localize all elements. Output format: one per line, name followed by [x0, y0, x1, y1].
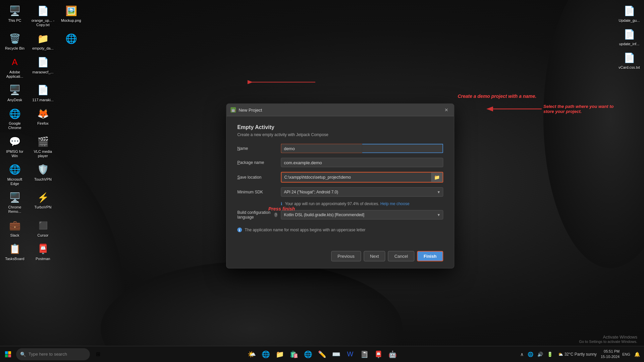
desktop-icon-this-pc[interactable]: 🖥️ This PC — [1, 3, 28, 28]
sdk-info-text: Your app will run on approximately 97.4%… — [285, 201, 379, 206]
desktop-icon-edge[interactable]: 🌐 Microsoft Edge — [1, 162, 28, 187]
sdk-select[interactable]: API 24 ("Nougat"; Android 7.0) — [281, 187, 443, 197]
desktop-icon-turbovpn[interactable]: ⚡ TurboVPN — [30, 189, 56, 215]
cancel-button[interactable]: Cancel — [388, 251, 414, 261]
taskbar-item-store[interactable]: 🛍️ — [287, 348, 301, 361]
desktop-icon-update-inf[interactable]: 📄 update_inf... — [616, 26, 643, 48]
desktop-icon-daxit[interactable]: 🌐 — [58, 31, 85, 52]
finish-button[interactable]: Finish — [417, 251, 443, 261]
recycle-bin-icon: 🗑️ — [8, 32, 21, 45]
desktop-icon-update-gu[interactable]: 📄 Update_gu... — [616, 3, 643, 24]
turbovpn-label: TurboVPN — [35, 205, 52, 209]
edge-label: Microsoft Edge — [3, 177, 27, 186]
warning-info-icon: ℹ — [237, 228, 242, 232]
orange-up-icon: 📄 — [36, 4, 50, 17]
ipmsg-icon: 💬 — [8, 135, 21, 148]
desktop-icon-maraowcf[interactable]: 📄 maraowcf_... — [30, 54, 56, 80]
save-location-input[interactable] — [281, 173, 431, 182]
dialog-section-desc: Create a new empty activity with Jetpack… — [237, 132, 443, 137]
name-label: NNameame — [237, 146, 277, 151]
desktop-icon-google-chrome[interactable]: 🌐 Google Chrome — [1, 106, 28, 131]
build-lang-help-icon: ? — [274, 213, 278, 217]
taskbar-search[interactable]: 🔍 Type here to search — [16, 348, 90, 360]
save-location-label: Save location — [237, 175, 277, 180]
taskbar-item-word[interactable]: W — [343, 348, 357, 361]
name-input-part2[interactable] — [362, 144, 443, 153]
new-project-dialog: 🤖 New Project ✕ Empty Activity Create a … — [226, 104, 454, 268]
maraowcf-label: maraowcf_... — [33, 70, 54, 74]
dialog-close-button[interactable]: ✕ — [443, 107, 450, 113]
ipmsg-label: IPMSG for Win — [3, 149, 27, 158]
start-button[interactable] — [1, 348, 15, 361]
desktop-icon-chrome-remo[interactable]: 🖥️ Chrome Remo... — [1, 189, 28, 215]
taskbar-item-vscode[interactable]: ⌨️ — [329, 348, 343, 361]
taskbar-clock[interactable]: 05:51 PM 15-10-2024 — [601, 349, 620, 359]
warning-text: The application name for most apps begin… — [245, 228, 365, 232]
touchvpn-icon: 🛡️ — [36, 163, 50, 176]
taskbar-item-android[interactable]: 🤖 — [386, 348, 399, 361]
desktop-icon-adobe[interactable]: A Adobe Applicati... — [1, 54, 28, 80]
empty-da-label: empoty_da... — [32, 46, 54, 51]
chevron-up-icon[interactable]: ∧ — [519, 350, 525, 358]
desktop-icon-slack[interactable]: 💼 Slack — [1, 218, 28, 239]
build-lang-select[interactable]: Kotlin DSL (build.gradle.kts) [Recommend… — [281, 210, 443, 220]
desktop-icon-recycle-bin[interactable]: 🗑️ Recycle Bin — [1, 31, 28, 52]
package-input[interactable] — [281, 158, 443, 167]
desktop-icon-vlc[interactable]: 🎬 VLC media player — [30, 134, 56, 160]
task-view-button[interactable]: ⊞ — [91, 348, 105, 361]
desktop-icon-cursor[interactable]: ⬛ Cursor — [30, 218, 56, 239]
volume-icon[interactable]: 🔊 — [536, 350, 544, 358]
tasksboard-label: TasksBoard — [5, 257, 24, 261]
notification-icon[interactable]: 🔔 — [633, 350, 641, 358]
slack-icon: 💼 — [8, 219, 21, 232]
vcard-label: vCard.css.txt — [619, 65, 640, 70]
sdk-select-wrapper: API 24 ("Nougat"; Android 7.0) ▼ — [281, 187, 443, 197]
edge-icon: 🌐 — [8, 163, 21, 176]
desktop-icon-firefox[interactable]: 🦊 Firefox — [30, 106, 56, 131]
desktop-icon-vcard[interactable]: 📄 vCard.css.txt — [616, 50, 643, 71]
language-indicator[interactable]: ENG — [621, 351, 632, 358]
desktop-icon-ipmsg[interactable]: 💬 IPMSG for Win — [1, 134, 28, 160]
taskbar-item-edge[interactable]: 🌐 — [259, 348, 272, 361]
desktop-icon-empty-da[interactable]: 📁 empoty_da... — [30, 31, 56, 52]
battery-icon[interactable]: 🔋 — [546, 350, 554, 358]
this-pc-icon: 🖥️ — [8, 4, 21, 17]
tasksboard-icon: 📋 — [8, 242, 21, 256]
path-annotation: Select the path where you want to store … — [543, 104, 617, 114]
taskbar-item-figma[interactable]: ✏️ — [315, 348, 329, 361]
desktop-icon-postman[interactable]: 📮 Postman — [30, 241, 56, 262]
save-location-browse-button[interactable]: 📁 — [431, 173, 442, 182]
desktop-icon-touchvpn[interactable]: 🛡️ TouchVPN — [30, 162, 56, 187]
name-arrow-svg — [467, 87, 468, 87]
package-row: Package name — [237, 158, 443, 167]
name-input-wrapper — [281, 144, 443, 153]
taskbar-item-onenote[interactable]: 📓 — [358, 348, 371, 361]
dialog-title-left: 🤖 New Project — [230, 107, 262, 113]
svg-rect-6 — [5, 354, 8, 357]
postman-label: Postman — [36, 257, 50, 261]
anydesk-icon: 🖥️ — [8, 83, 21, 97]
cursor-label: Cursor — [37, 233, 48, 238]
taskbar-item-explorer[interactable]: 📁 — [273, 348, 286, 361]
desktop-icon-tasksboard[interactable]: 📋 TasksBoard — [1, 241, 28, 262]
name-input[interactable] — [281, 144, 362, 153]
desktop-icon-orange-up[interactable]: 📄 orange_up... - Copy.txt — [30, 3, 56, 28]
sdk-info: ℹ Your app will run on approximately 97.… — [281, 201, 443, 206]
taskbar: 🔍 Type here to search ⊞ 🌤️ 🌐 📁 🛍️ 🌐 ✏️ ⌨… — [0, 346, 644, 362]
min-sdk-row: Minimum SDK API 24 ("Nougat"; Android 7.… — [237, 187, 443, 197]
network-icon[interactable]: 🌐 — [526, 350, 535, 358]
taskbar-item-chrome[interactable]: 🌐 — [301, 348, 315, 361]
desktop-icon-anydesk[interactable]: 🖥️ AnyDesk — [1, 82, 28, 104]
help-link[interactable]: Help me choose — [380, 201, 410, 206]
next-button[interactable]: Next — [364, 251, 385, 261]
update-inf-icon: 📄 — [623, 27, 636, 41]
previous-button[interactable]: Previous — [331, 251, 361, 261]
taskbar-item-widgets[interactable]: 🌤️ — [245, 348, 258, 361]
app-name-warning: ℹ The application name for most apps beg… — [237, 228, 443, 232]
taskbar-item-postman[interactable]: 📮 — [372, 348, 385, 361]
taskbar-right: ∧ 🌐 🔊 🔋 ⛅ 32°C Partly sunny 05:51 PM 15-… — [519, 349, 644, 359]
desktop-icon-117[interactable]: 📄 117.maraki... — [30, 82, 56, 104]
taskbar-weather[interactable]: ⛅ 32°C Partly sunny — [555, 351, 599, 358]
desktop-icon-mockup[interactable]: 🖼️ Mockup.png — [58, 3, 85, 28]
name-annotation: Create a demo project with a name. — [458, 94, 538, 99]
